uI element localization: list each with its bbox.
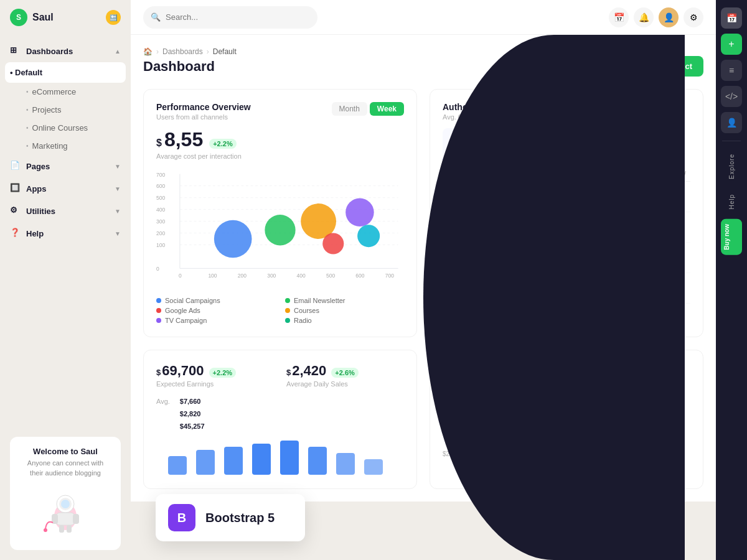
svg-rect-43 xyxy=(252,444,271,475)
sidebar-item-projects[interactable]: Projects xyxy=(0,101,131,119)
sidebar-item-label: Projects xyxy=(32,105,62,114)
svg-text:700: 700 xyxy=(385,273,394,279)
tab-others[interactable]: 📂 Others xyxy=(602,128,639,163)
sidebar-item-label: Apps xyxy=(26,184,47,194)
sidebar-item-ecommerce[interactable]: eCommerce xyxy=(0,83,131,101)
tab-month[interactable]: Month xyxy=(332,102,367,116)
tab-social[interactable]: 👥 Social xyxy=(522,128,560,163)
view-button[interactable]: → xyxy=(669,220,684,235)
authors-subtitle: Avg. 69.34% Conv. Rate xyxy=(443,113,690,121)
sidebar-item-marketing[interactable]: Marketing xyxy=(0,137,131,155)
svg-rect-41 xyxy=(196,450,215,475)
right-sidebar-user[interactable]: 👤 xyxy=(721,112,742,133)
right-sidebar-code[interactable]: </> xyxy=(721,86,742,107)
tab-crypto[interactable]: ₿ Crypto xyxy=(482,128,520,163)
sales-chart-labels: $24K xyxy=(443,425,690,432)
author-details: Jane Cooper Monaco xyxy=(470,220,515,235)
tab-label: Others xyxy=(610,149,631,157)
legend-social: Social Campaigns xyxy=(156,297,275,304)
svg-rect-6 xyxy=(59,525,64,533)
page-content: 🏠 › Dashboards › Default Dashboard Creat… xyxy=(131,35,716,502)
search-icon: 🔍 xyxy=(151,12,161,22)
col-view: VIEW xyxy=(669,170,688,177)
settings-button[interactable]: ⚙ xyxy=(684,7,703,27)
author-avatar: 👤 xyxy=(445,278,465,298)
svg-text:100: 100 xyxy=(156,242,165,248)
sales-value-row: $ 2,420 +2.6% xyxy=(286,363,404,379)
expected-earnings: $ 69,700 +2.2% Expected Earnings xyxy=(156,363,274,388)
apps-icon: 🔲 xyxy=(10,183,21,194)
search-box[interactable]: 🔍 xyxy=(143,6,317,29)
sales-month-title: Sales This Months xyxy=(443,363,690,373)
chart-svg: 0 100 200 300 400 500 600 700 0 100 xyxy=(156,165,404,289)
sidebar-item-dashboards[interactable]: ⊞ Dashboards ▲ xyxy=(0,40,131,62)
topbar-right: 📅 🔔 👤 ⚙ xyxy=(609,7,703,27)
right-sidebar-buy-now[interactable]: Buy now xyxy=(721,219,742,255)
crypto-icon: ₿ xyxy=(499,133,504,146)
mini-chart xyxy=(619,281,657,296)
svg-text:500: 500 xyxy=(156,195,165,201)
breadcrumb-home: 🏠 xyxy=(143,47,153,56)
table-row: 👤 Guy Hawkins Haiti 78.34% xyxy=(443,182,690,212)
svg-text:200: 200 xyxy=(156,230,165,236)
right-sidebar-help[interactable]: Help xyxy=(728,189,735,215)
earnings-breakdown: Avg. $7,660 $2,820 $45,257 xyxy=(156,398,404,430)
svg-text:500: 500 xyxy=(326,273,335,279)
tab-mobile[interactable]: 📱 Mobile xyxy=(562,128,599,163)
sales-value: 2,420 xyxy=(292,363,326,379)
conv-rate: 63.83% xyxy=(582,223,619,231)
sidebar-item-default[interactable]: Default xyxy=(5,62,126,83)
author-info: 👤 Jane Cooper Monaco xyxy=(445,217,582,237)
view-button[interactable]: → xyxy=(669,250,684,265)
chevron-icon: ▼ xyxy=(115,208,121,215)
sidebar-header: S Saul 🔙 xyxy=(0,0,131,35)
sidebar-item-pages[interactable]: 📄 Pages ▼ xyxy=(0,155,131,177)
tab-saas[interactable]: 💻 SaaS xyxy=(443,128,480,163)
right-sidebar-explore[interactable]: Explore xyxy=(728,149,735,184)
tab-week[interactable]: Week xyxy=(370,102,404,116)
metric-badge: +2.2% xyxy=(209,139,237,149)
view-button[interactable]: → xyxy=(669,189,684,204)
legend-label: Google Ads xyxy=(165,307,200,314)
right-sidebar-menu[interactable]: ≡ xyxy=(721,60,742,81)
table-header: AUTHOR CONV. CHART VIEW xyxy=(443,170,690,182)
authors-title: Authors Achievements xyxy=(443,102,690,112)
card-title: Performance Overview xyxy=(156,102,251,112)
col-author: AUTHOR xyxy=(445,170,582,177)
author-avatar: 👤 xyxy=(445,187,465,207)
legend-email: Email Newsletter xyxy=(285,297,404,304)
author-avatar: 👤 xyxy=(445,248,465,268)
sidebar-item-online-courses[interactable]: Online Courses xyxy=(0,119,131,137)
table-row: 👤 Cody Fishers Mexico 63.08% xyxy=(443,273,690,304)
time-tab-group: Month Week xyxy=(332,102,405,116)
sidebar-item-utilities[interactable]: ⚙ Utilities ▼ xyxy=(0,200,131,222)
bootstrap-icon: B xyxy=(168,504,195,531)
svg-rect-7 xyxy=(67,525,72,533)
mini-chart xyxy=(619,189,657,204)
calendar-button[interactable]: 📅 xyxy=(609,7,629,27)
sales-month-subtitle: Users from all channels xyxy=(443,374,690,381)
create-project-button[interactable]: Create Project xyxy=(626,56,703,77)
svg-text:400: 400 xyxy=(297,273,306,279)
view-button[interactable]: → xyxy=(669,281,684,296)
dashboard-grid: Performance Overview Users from all chan… xyxy=(143,89,703,337)
sidebar-item-help[interactable]: ❓ Help ▼ xyxy=(0,222,131,245)
others-icon: 📂 xyxy=(614,133,627,147)
author-country: Monaco xyxy=(470,228,515,235)
breadcrumb-separator: › xyxy=(156,47,159,56)
welcome-subtitle: Anyone can connect with their audience b… xyxy=(20,459,111,478)
right-sidebar-add[interactable]: + xyxy=(721,34,742,55)
notifications-button[interactable]: 🔔 xyxy=(634,7,654,27)
metric-label: Avarage cost per interaction xyxy=(156,152,404,160)
bootstrap-title: Bootstrap 5 xyxy=(205,511,275,525)
sidebar-item-apps[interactable]: 🔲 Apps ▼ xyxy=(0,177,131,200)
sales-badge: +2.6% xyxy=(331,368,359,378)
svg-rect-47 xyxy=(364,459,383,475)
earnings-prefix: $ xyxy=(156,368,161,377)
legend-courses: Courses xyxy=(285,307,404,314)
user-avatar[interactable]: 👤 xyxy=(659,7,679,27)
sidebar-collapse-button[interactable]: 🔙 xyxy=(106,10,121,25)
legend-dot xyxy=(156,298,161,303)
search-input[interactable] xyxy=(166,12,310,22)
right-sidebar-calendar[interactable]: 📅 xyxy=(721,7,742,29)
